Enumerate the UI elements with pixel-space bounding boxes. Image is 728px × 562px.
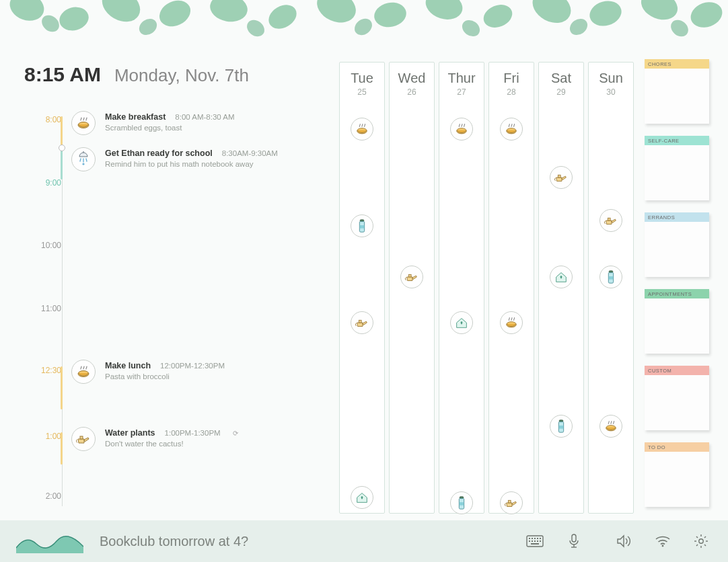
task-item[interactable]: Make lunch12:00PM-12:30PMPasta with broc… [71, 360, 225, 384]
keyboard-icon[interactable] [522, 531, 548, 551]
house-icon[interactable] [351, 486, 373, 509]
day-column[interactable]: Tue25 [339, 62, 385, 514]
watering-can-icon[interactable] [500, 491, 523, 514]
leaves-banner [0, 0, 728, 47]
svg-point-19 [567, 15, 591, 38]
header: 8:15 AM Monday, Nov. 7th [24, 63, 249, 86]
watering-can-icon[interactable] [400, 266, 423, 288]
bowl-icon [71, 111, 96, 135]
house-icon[interactable] [450, 311, 473, 334]
shower-icon [71, 147, 96, 171]
svg-point-10 [527, 0, 577, 30]
task-item[interactable]: Get Ethan ready for school8:30AM-9:30AMR… [71, 147, 278, 171]
day-column[interactable]: Sun30 [588, 62, 634, 514]
watering-can-icon[interactable] [351, 311, 373, 334]
task-time: 8:30AM-9:30AM [222, 149, 278, 157]
bowl-icon [71, 360, 96, 384]
task-time: 12:00PM-12:30PM [160, 362, 225, 370]
day-column[interactable]: Thur27 [439, 62, 484, 514]
water-bottle-icon[interactable] [599, 266, 622, 288]
task-item[interactable]: Make breakfast8:00 AM-8:30 AMScrambled e… [71, 111, 235, 135]
time-tick: 11:00 [41, 304, 61, 313]
time-tick: 9:00 [46, 178, 61, 188]
timeline-segment [61, 147, 63, 179]
sticky-note[interactable]: ERRANDS [645, 212, 709, 277]
wifi-icon[interactable] [651, 531, 674, 551]
timeline-segment [61, 366, 63, 409]
watering-can-icon [71, 427, 96, 451]
repeat-icon: ⟳ [233, 430, 238, 437]
svg-point-8 [422, 0, 466, 24]
svg-point-37 [699, 539, 703, 543]
svg-rect-31 [540, 540, 541, 542]
timeline-segment [61, 116, 63, 147]
sticky-note[interactable]: TO DO [645, 442, 709, 507]
svg-point-1 [57, 4, 91, 34]
wave-logo [16, 529, 83, 553]
day-number: 27 [439, 87, 484, 97]
volume-icon[interactable] [612, 530, 635, 552]
sticky-categories: CHORESSELF-CAREERRANDSAPPOINTMENTSCUSTOM… [645, 59, 712, 507]
svg-point-3 [155, 0, 195, 31]
svg-line-43 [704, 545, 706, 546]
bowl-icon[interactable] [351, 118, 373, 140]
sticky-note[interactable]: APPOINTMENTS [645, 289, 709, 354]
svg-rect-22 [529, 538, 530, 539]
day-name: Fri [489, 71, 534, 86]
water-bottle-icon[interactable] [550, 415, 573, 438]
gear-icon[interactable] [690, 530, 712, 552]
bowl-icon[interactable] [450, 118, 473, 140]
svg-rect-28 [532, 540, 533, 542]
svg-point-4 [208, 0, 250, 25]
svg-point-14 [38, 12, 63, 36]
time-tick: 10:00 [41, 241, 61, 250]
sticky-note[interactable]: CHORES [645, 59, 709, 124]
day-number: 25 [340, 87, 384, 97]
task-note: Remind him to put his math notebook away [105, 160, 278, 168]
time-tick: 1:00 [46, 432, 61, 441]
time-tick: 8:00 [46, 115, 61, 124]
svg-point-36 [662, 545, 664, 547]
water-bottle-icon[interactable] [351, 214, 373, 237]
sticky-label: APPOINTMENTS [645, 289, 709, 298]
sticky-note[interactable]: CUSTOM [645, 366, 709, 430]
task-item[interactable]: Water plants1:00PM-1:30PM⟳Don't water th… [71, 427, 238, 451]
timeline-segment [61, 432, 63, 465]
svg-line-45 [696, 545, 698, 546]
bowl-icon[interactable] [500, 118, 523, 140]
current-time: 8:15 AM [24, 63, 101, 86]
svg-point-2 [96, 0, 146, 28]
microphone-icon[interactable] [564, 530, 584, 553]
day-name: Sat [539, 71, 583, 86]
day-column[interactable]: Sat29 [538, 62, 584, 514]
task-note: Don't water the cactus! [105, 440, 238, 448]
watering-can-icon[interactable] [550, 166, 573, 189]
svg-rect-23 [532, 538, 533, 539]
house-icon[interactable] [550, 266, 573, 288]
sticky-label: TO DO [645, 442, 709, 452]
day-number: 29 [539, 87, 583, 97]
svg-point-20 [667, 17, 692, 40]
bottom-bar: Bookclub tomorrow at 4? [0, 520, 728, 562]
day-column[interactable]: Fri28 [488, 62, 534, 514]
svg-point-5 [264, 0, 301, 34]
sticky-label: SELF-CARE [645, 136, 709, 145]
day-number: 28 [489, 87, 534, 97]
watering-can-icon[interactable] [599, 209, 622, 232]
svg-point-0 [6, 0, 48, 26]
day-name: Wed [390, 71, 434, 86]
task-note: Scrambled eggs, toast [105, 124, 235, 132]
water-bottle-icon[interactable] [450, 491, 473, 514]
task-title: Get Ethan ready for school [105, 149, 213, 158]
today-timeline: 8:009:0010:0011:0012:301:002:00 Make bre… [24, 111, 320, 514]
week-columns: Tue25Wed26Thur27Fri28Sat29Sun30 [339, 62, 634, 514]
task-title: Water plants [105, 428, 155, 438]
bowl-icon[interactable] [599, 415, 622, 438]
sticky-note[interactable]: SELF-CARE [645, 136, 709, 200]
svg-rect-33 [572, 534, 576, 542]
svg-point-13 [687, 0, 725, 32]
reminder-text[interactable]: Bookclub tomorrow at 4? [100, 534, 248, 549]
bowl-icon[interactable] [500, 311, 523, 334]
svg-point-16 [244, 17, 268, 40]
day-column[interactable]: Wed26 [389, 62, 435, 514]
